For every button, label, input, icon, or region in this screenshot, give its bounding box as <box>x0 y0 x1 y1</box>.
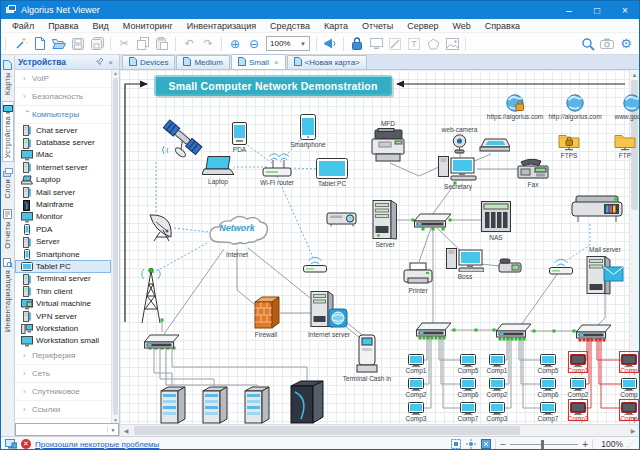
map-node-rack[interactable] <box>244 386 270 424</box>
menu-Правка[interactable]: Правка <box>41 19 85 33</box>
settings-gear-icon[interactable]: ⚙ <box>617 35 635 53</box>
tree-item-Virtual machine[interactable]: Virtual machine <box>15 297 111 309</box>
close-button[interactable]: × <box>611 1 639 19</box>
side-tab-layers[interactable]: Слои <box>2 164 14 202</box>
announce-icon[interactable] <box>321 35 339 53</box>
map-node-http://algorius.com[interactable]: http://algorius.com <box>566 94 584 112</box>
map-node-switch[interactable] <box>416 322 452 338</box>
copy-icon[interactable] <box>134 35 152 53</box>
tree-group-Периферия[interactable]: ›Периферия <box>15 347 111 365</box>
scroll-down-icon[interactable]: ▼ <box>112 417 119 423</box>
monitor-tool-icon[interactable] <box>367 35 385 53</box>
map-node-Fax[interactable]: Fax <box>516 158 550 180</box>
text-tool-icon[interactable]: T <box>405 35 423 53</box>
map-node-dish[interactable] <box>146 212 176 242</box>
map-node-rack[interactable] <box>160 386 186 424</box>
map-node-FTP[interactable]: FTP <box>614 132 636 151</box>
undo-icon[interactable]: ↶ <box>180 35 198 53</box>
map-node-NAS[interactable]: NAS <box>480 200 512 233</box>
map-node-switch[interactable] <box>496 323 532 339</box>
map-node-Tablet PC[interactable]: Tablet PC <box>316 158 348 179</box>
tree-item-Internet server[interactable]: Internet server <box>15 161 111 173</box>
map-node-Server[interactable]: Server <box>372 198 398 240</box>
side-tab-report[interactable]: Отчеты <box>2 205 13 253</box>
map-node-switch[interactable] <box>576 324 612 340</box>
map-node-Comp1[interactable]: Comp1 <box>489 353 505 366</box>
map-node-Comp3[interactable]: Comp3 <box>408 401 424 414</box>
map-node-scanner[interactable] <box>478 138 510 154</box>
map-node-satellite[interactable] <box>160 116 204 160</box>
map-node-Comp2[interactable]: Comp2 <box>408 377 424 390</box>
map-node-Comp6[interactable]: Comp6 <box>540 377 556 390</box>
redo-icon[interactable]: ↷ <box>199 35 217 53</box>
search-icon[interactable] <box>579 35 597 53</box>
horizontal-scrollbar[interactable]: ◀ ▶ <box>120 424 639 436</box>
map-node-Comp[interactable]: Comp <box>621 353 637 366</box>
menu-Справка[interactable]: Справка <box>478 19 527 33</box>
shape-tool-icon[interactable] <box>424 35 442 53</box>
wizard-icon[interactable] <box>12 35 30 53</box>
map-node-Comp1[interactable]: Comp1 <box>570 353 586 366</box>
tree-item-iMac[interactable]: iMac <box>15 149 111 161</box>
tree-item-Mainframe[interactable]: Mainframe <box>15 198 111 210</box>
paste-icon[interactable] <box>153 35 171 53</box>
map-node-Comp5[interactable]: Comp5 <box>460 353 476 366</box>
menu-Карта[interactable]: Карта <box>317 19 355 33</box>
map-node-switch[interactable] <box>414 213 452 229</box>
tree-item-Tablet PC[interactable]: Tablet PC <box>15 260 111 272</box>
line-tool-icon[interactable] <box>386 35 404 53</box>
map-node-Wi-Fi router[interactable]: Wi-Fi router <box>260 152 294 178</box>
map-node-Comp[interactable]: Comp <box>621 377 637 390</box>
tree-item-Server[interactable]: Server <box>15 236 111 248</box>
menu-Вид[interactable]: Вид <box>86 19 116 33</box>
camera-icon[interactable] <box>598 35 616 53</box>
map-tab-Devices[interactable]: Devices <box>122 55 175 69</box>
tree-item-Terminal server[interactable]: Terminal server <box>15 273 111 285</box>
map-node-Comp1[interactable]: Comp1 <box>408 353 424 366</box>
map-canvas[interactable]: Small Computer Network Demonstration ▲ ▼… <box>120 70 639 424</box>
map-node-tower[interactable] <box>136 266 166 326</box>
map-node-MFD[interactable]: MFD <box>370 128 406 164</box>
map-node-Terminal Cash in[interactable]: Terminal Cash in <box>356 334 378 374</box>
map-node-Comp7[interactable]: Comp7 <box>540 401 556 414</box>
map-node-Smartphone[interactable]: Smartphone <box>300 114 316 140</box>
map-node-www.google[interactable]: www.google <box>623 94 639 112</box>
fit-selection-icon[interactable] <box>450 439 461 450</box>
map-node-Comp2[interactable]: Comp2 <box>489 377 505 390</box>
tree-item-VPN server[interactable]: VPN server <box>15 310 111 322</box>
tree-group-Безопасность[interactable]: ›Безопасность <box>15 88 111 106</box>
zoom-plus-button[interactable]: + <box>582 439 588 450</box>
map-node-projector[interactable] <box>326 210 358 228</box>
lock-icon[interactable] <box>348 35 366 53</box>
map-node-FTPS[interactable]: FTPS <box>558 132 580 151</box>
map-node-switch[interactable] <box>144 334 180 350</box>
menu-Отчеты[interactable]: Отчеты <box>355 19 400 33</box>
side-tab-inventory[interactable]: Инвентаризация <box>2 254 14 336</box>
problems-link[interactable]: Произошли некоторые проблемы <box>35 440 159 449</box>
panel-close-icon[interactable]: × <box>105 58 116 67</box>
zoom-slider[interactable] <box>510 439 578 450</box>
tree-item-PDA[interactable]: PDA <box>15 223 111 235</box>
map-node-phone2[interactable] <box>498 258 522 273</box>
scroll-up-icon[interactable]: ▲ <box>112 70 119 76</box>
pin-icon[interactable] <box>94 57 105 67</box>
map-node-web-camera[interactable]: web-camera <box>451 134 468 154</box>
map-node-mainframe[interactable] <box>290 380 324 424</box>
fit-page-icon[interactable] <box>480 439 491 450</box>
menu-Инвентаризация[interactable]: Инвентаризация <box>180 19 263 33</box>
new-map-icon[interactable] <box>31 35 49 53</box>
tree-item-Workstation[interactable]: Workstation <box>15 322 111 334</box>
scroll-left-icon[interactable]: ◀ <box>120 427 132 434</box>
horizontal-scroll-thumb[interactable] <box>134 426 520 435</box>
menu-Файл[interactable]: Файл <box>5 19 41 33</box>
map-tab-Small[interactable]: Small× <box>231 54 286 69</box>
tree-item-Chat server[interactable]: Chat server <box>15 124 111 136</box>
map-node-Comp2[interactable]: Comp2 <box>570 377 586 390</box>
tab-close-icon[interactable]: × <box>274 58 279 67</box>
save-all-icon[interactable] <box>88 35 106 53</box>
open-map-icon[interactable] <box>50 35 68 53</box>
tree-item-Workstation small[interactable]: Workstation small <box>15 335 111 347</box>
zoom-minus-button[interactable]: − <box>500 439 506 450</box>
map-selector-combobox[interactable]: ▼ <box>15 423 119 436</box>
image-tool-icon[interactable] <box>443 35 461 53</box>
